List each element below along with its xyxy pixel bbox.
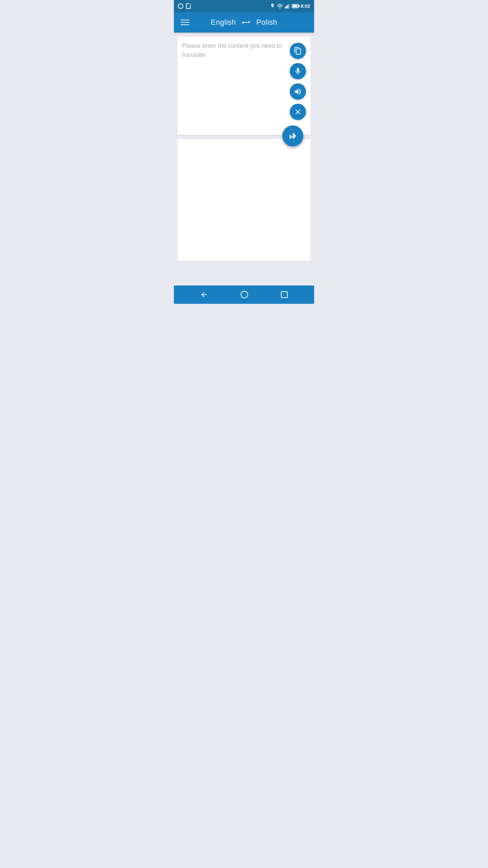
bottom-navigation [174,285,314,304]
svg-rect-1 [285,6,286,8]
sim-icon [186,3,191,9]
input-panel [177,37,311,135]
input-panel-wrapper [177,37,311,135]
svg-point-5 [241,291,248,298]
target-language[interactable]: Polish [256,18,277,27]
location-icon [270,3,275,9]
home-button[interactable] [238,288,251,301]
back-button[interactable] [197,288,211,301]
battery-icon [292,4,299,8]
signal-icon [285,4,290,8]
sync-icon [178,3,183,9]
menu-button[interactable] [179,18,191,26]
svg-rect-3 [287,5,288,8]
status-time: 8:02 [301,3,310,9]
clipboard-button[interactable] [290,43,306,59]
recent-apps-button[interactable] [278,288,291,301]
side-action-buttons [290,41,306,120]
text-area-wrapper [182,41,287,127]
translate-button-container [282,125,303,146]
wifi-icon [277,4,283,8]
toolbar: English Polish [174,12,314,33]
clear-button[interactable] [290,104,306,120]
speaker-button[interactable] [290,83,306,100]
translate-button[interactable] [282,125,303,146]
translated-text-output[interactable] [182,144,306,252]
output-panel [177,139,311,261]
svg-rect-4 [288,4,289,8]
svg-point-0 [279,8,280,9]
source-text-input[interactable] [182,41,287,126]
microphone-button[interactable] [290,63,306,79]
language-selector: English Polish [191,18,297,27]
svg-rect-2 [286,6,287,8]
main-content [174,33,314,285]
status-bar: 8:02 [174,0,314,12]
svg-rect-6 [281,292,287,298]
source-language[interactable]: English [211,18,236,27]
status-bar-right: 8:02 [270,3,310,9]
swap-languages-button[interactable] [241,18,251,26]
status-bar-left [178,3,191,9]
